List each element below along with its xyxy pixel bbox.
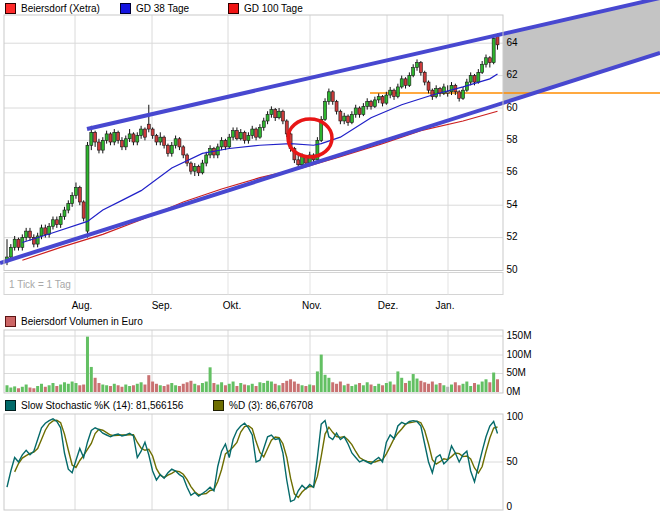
candle-body — [232, 131, 235, 137]
legend-stochastic-k-label: Slow Stochastic %K (14): 81,566156 — [21, 400, 183, 411]
volume-bar — [193, 384, 196, 392]
volume-bar — [469, 386, 472, 392]
candle-body — [105, 134, 108, 140]
volume-bar — [140, 382, 143, 392]
stochastic-y-tick-label: 100 — [507, 411, 524, 422]
volume-bar — [13, 386, 16, 392]
candle-body — [381, 97, 384, 103]
candle-body — [366, 102, 369, 107]
candle-body — [132, 134, 135, 142]
volume-bar — [324, 375, 327, 392]
candle-body — [362, 106, 365, 114]
candle-body — [74, 187, 77, 195]
volume-bar — [205, 382, 208, 392]
volume-bar — [25, 385, 28, 392]
volume-bar — [105, 385, 108, 392]
candle-body — [166, 145, 169, 153]
candle-body — [40, 228, 43, 236]
candle-body — [488, 58, 491, 63]
volume-bar — [209, 367, 212, 392]
volume-bar — [48, 385, 51, 392]
candle-body — [44, 228, 47, 234]
volume-bar — [9, 388, 12, 392]
volume-panel-border — [4, 330, 503, 393]
volume-bar — [281, 383, 284, 392]
main-panel-border — [4, 15, 503, 271]
chart-page: 6462605856545250150M100M50M0M100500Aug.S… — [0, 0, 660, 515]
candle-body — [124, 139, 127, 147]
main-y-tick-label: 56 — [507, 166, 519, 177]
volume-bar — [492, 373, 495, 392]
volume-bar — [163, 386, 166, 392]
candle-body — [412, 68, 415, 76]
volume-bar — [343, 385, 346, 392]
volume-bar — [155, 384, 158, 392]
main-y-tick-label: 50 — [507, 264, 519, 275]
volume-bar — [477, 385, 480, 392]
volume-bar — [197, 385, 200, 392]
volume-bar — [393, 385, 396, 392]
candle-body — [423, 72, 426, 82]
volume-bar — [247, 385, 250, 392]
volume-bar — [136, 384, 139, 392]
candle-body — [270, 110, 273, 115]
volume-bar — [350, 386, 353, 392]
candle-body — [235, 131, 238, 139]
volume-bar — [216, 385, 219, 392]
candle-body — [335, 102, 338, 112]
candle-body — [55, 220, 58, 225]
volume-bar — [186, 382, 189, 392]
candle-body — [485, 58, 488, 64]
volume-y-tick-label: 0M — [507, 386, 521, 397]
candle-body — [462, 90, 465, 98]
volume-bar — [28, 388, 31, 392]
volume-bar — [304, 386, 307, 392]
legend-gd100-label: GD 100 Tage — [244, 3, 303, 14]
candle-body — [193, 166, 196, 171]
volume-bar — [124, 385, 127, 392]
beiersdorf-series-swatch — [5, 3, 16, 14]
candle-body — [400, 79, 403, 87]
candle-body — [197, 166, 200, 172]
candle-body — [239, 132, 242, 138]
volume-bar — [109, 386, 112, 392]
volume-bar — [496, 379, 499, 392]
main-y-tick-label: 62 — [507, 69, 519, 80]
volume-bar — [427, 384, 430, 392]
volume-bar — [258, 382, 261, 392]
candle-body — [159, 137, 162, 142]
candle-body — [358, 108, 361, 114]
volume-bar — [59, 385, 62, 392]
volume-bar — [32, 388, 35, 392]
volume-bar — [63, 382, 66, 392]
volume-bar — [312, 385, 315, 392]
volume-bar — [40, 384, 43, 392]
volume-bar — [147, 375, 150, 392]
volume-bar — [220, 382, 223, 392]
volume-bar — [366, 382, 369, 392]
volume-bar — [6, 385, 9, 392]
candle-body — [136, 136, 139, 142]
volume-bar — [232, 382, 235, 392]
volume-bar — [370, 385, 373, 392]
volume-bar — [44, 387, 47, 392]
legend-gd38-label: GD 38 Tage — [136, 3, 189, 14]
volume-bar — [347, 384, 350, 392]
volume-bar — [266, 381, 269, 392]
legend-volume: Beiersdorf Volumen in Euro — [5, 316, 143, 327]
candle-body — [258, 127, 261, 137]
candle-body — [201, 163, 204, 173]
volume-bar — [331, 382, 334, 392]
candle-body — [147, 124, 150, 129]
volume-y-tick-label: 100M — [507, 349, 532, 360]
volume-bar — [400, 378, 403, 392]
main-y-tick-label: 58 — [507, 134, 519, 145]
gd38-series-swatch — [120, 3, 131, 14]
volume-bar — [450, 385, 453, 392]
candle-body — [13, 239, 16, 247]
volume-bar — [454, 382, 457, 392]
candle-body — [25, 231, 28, 237]
candle-body — [385, 95, 388, 103]
candle-body — [86, 145, 89, 231]
stochastic-d-swatch — [213, 400, 224, 411]
